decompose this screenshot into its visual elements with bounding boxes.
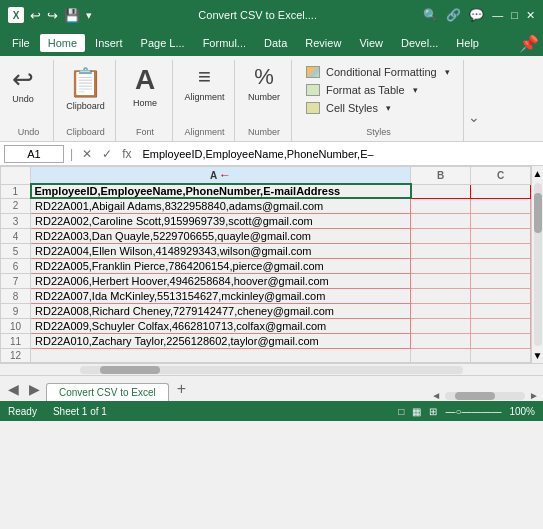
comment-btn[interactable]: 💬 [469,8,484,22]
cell-b6[interactable] [411,259,471,274]
cell-a6[interactable]: RD22A005,Franklin Pierce,7864206154,pier… [31,259,411,274]
alignment-label: Alignment [184,92,224,102]
format-table-btn[interactable]: Format as Table ▾ [302,82,455,98]
quick-undo[interactable]: ↩ [30,8,41,23]
h-scroll-thumb[interactable] [100,366,160,374]
scroll-up-btn[interactable]: ▲ [533,168,543,179]
zoom-slider[interactable]: —○———— [445,406,501,417]
table-row-8: 8 RD22A007,Ida McKinley,5513154627,mckin… [1,289,531,304]
cell-reference-input[interactable] [4,145,64,163]
share-btn[interactable]: 🔗 [446,8,461,22]
cell-b7[interactable] [411,274,471,289]
h-scroll-track[interactable] [80,366,463,374]
row-num-1: 1 [1,184,31,198]
scroll-right-sheet[interactable]: ► [529,390,539,401]
menu-data[interactable]: Data [256,34,295,52]
sheet-tab-convert[interactable]: Convert CSV to Excel [46,383,169,401]
cell-b4[interactable] [411,229,471,244]
menu-developer[interactable]: Devel... [393,34,446,52]
cell-a7[interactable]: RD22A006,Herbert Hoover,4946258684,hoove… [31,274,411,289]
cell-c4[interactable] [471,229,531,244]
undo-group-label: Undo [4,127,53,137]
maximize-btn[interactable]: □ [511,9,518,21]
cell-a1[interactable]: EmployeeID,EmployeeName,PhoneNumber,E-ma… [31,184,411,198]
insert-function-btn[interactable]: fx [119,147,134,161]
menu-view[interactable]: View [351,34,391,52]
cell-c6[interactable] [471,259,531,274]
cell-c7[interactable] [471,274,531,289]
menu-insert[interactable]: Insert [87,34,131,52]
cell-b2[interactable] [411,198,471,214]
cell-b12[interactable] [411,349,471,363]
menu-formulas[interactable]: Formul... [195,34,254,52]
minimize-btn[interactable]: — [492,9,503,21]
cell-a3[interactable]: RD22A002,Caroline Scott,9159969739,scott… [31,214,411,229]
scroll-left-sheet[interactable]: ◄ [431,390,441,401]
menu-file[interactable]: File [4,34,38,52]
format-table-label: Format as Table [326,84,405,96]
cell-a9[interactable]: RD22A008,Richard Cheney,7279142477,chene… [31,304,411,319]
horizontal-scrollbar[interactable] [0,363,543,375]
cell-b5[interactable] [411,244,471,259]
ribbon-collapse-btn[interactable]: ⌄ [468,109,480,125]
search-btn[interactable]: 🔍 [423,8,438,22]
menu-help[interactable]: Help [448,34,487,52]
prev-sheet-btn[interactable]: ◀ [4,381,23,397]
number-group-label: Number [237,127,291,137]
cell-c9[interactable] [471,304,531,319]
cell-b10[interactable] [411,319,471,334]
cell-a12[interactable] [31,349,411,363]
cell-c12[interactable] [471,349,531,363]
quick-redo[interactable]: ↪ [47,8,58,23]
col-header-a[interactable]: A ← [31,167,411,185]
cell-styles-arrow: ▾ [386,103,391,113]
add-sheet-button[interactable]: + [171,380,192,398]
cell-b9[interactable] [411,304,471,319]
table-row-7: 7 RD22A006,Herbert Hoover,4946258684,hoo… [1,274,531,289]
undo-group: ↩ Undo Undo [4,60,54,141]
menu-page-layout[interactable]: Page L... [133,34,193,52]
v-scroll-thumb[interactable] [534,193,542,233]
view-page-break-btn[interactable]: ⊞ [429,406,437,417]
cell-a11[interactable]: RD22A010,Zachary Taylor,2256128602,taylo… [31,334,411,349]
cell-c11[interactable] [471,334,531,349]
cell-c1[interactable] [471,184,531,198]
alignment-group-label: Alignment [175,127,234,137]
sheet-hscroll-thumb[interactable] [455,392,495,400]
conditional-formatting-btn[interactable]: Conditional Formatting ▾ [302,64,455,80]
cell-c5[interactable] [471,244,531,259]
cell-c3[interactable] [471,214,531,229]
next-sheet-btn[interactable]: ▶ [25,381,44,397]
undo-button[interactable]: ↩ Undo [8,64,38,106]
close-btn[interactable]: ✕ [526,9,535,22]
view-normal-btn[interactable]: □ [398,406,404,417]
v-scroll-track[interactable] [534,183,542,346]
menu-review[interactable]: Review [297,34,349,52]
quick-save[interactable]: 💾 [64,8,80,23]
cell-a8[interactable]: RD22A007,Ida McKinley,5513154627,mckinle… [31,289,411,304]
cell-b8[interactable] [411,289,471,304]
cancel-formula-btn[interactable]: ✕ [79,147,95,161]
sheet-hscroll[interactable] [445,392,525,400]
col-header-c[interactable]: C [471,167,531,185]
scroll-down-btn[interactable]: ▼ [533,350,543,361]
cell-styles-btn[interactable]: Cell Styles ▾ [302,100,455,116]
cell-b11[interactable] [411,334,471,349]
menu-home[interactable]: Home [40,34,85,52]
cell-b3[interactable] [411,214,471,229]
cell-c8[interactable] [471,289,531,304]
cell-c2[interactable] [471,198,531,214]
view-layout-btn[interactable]: ▦ [412,406,421,417]
col-header-b[interactable]: B [411,167,471,185]
cell-a10[interactable]: RD22A009,Schuyler Colfax,4662810713,colf… [31,319,411,334]
clipboard-button[interactable]: 📋 Clipboard [62,64,109,113]
cell-a5[interactable]: RD22A004,Ellen Wilson,4148929343,wilson@… [31,244,411,259]
vertical-scrollbar[interactable]: ▲ ▼ [531,166,543,363]
cell-a2[interactable]: RD22A001,Abigail Adams,8322958840,adams@… [31,198,411,214]
cell-a4[interactable]: RD22A003,Dan Quayle,5229706655,quayle@gm… [31,229,411,244]
ribbon-pin[interactable]: 📌 [519,34,539,53]
cell-b1[interactable] [411,184,471,198]
formula-input[interactable] [138,148,539,160]
cell-c10[interactable] [471,319,531,334]
confirm-formula-btn[interactable]: ✓ [99,147,115,161]
